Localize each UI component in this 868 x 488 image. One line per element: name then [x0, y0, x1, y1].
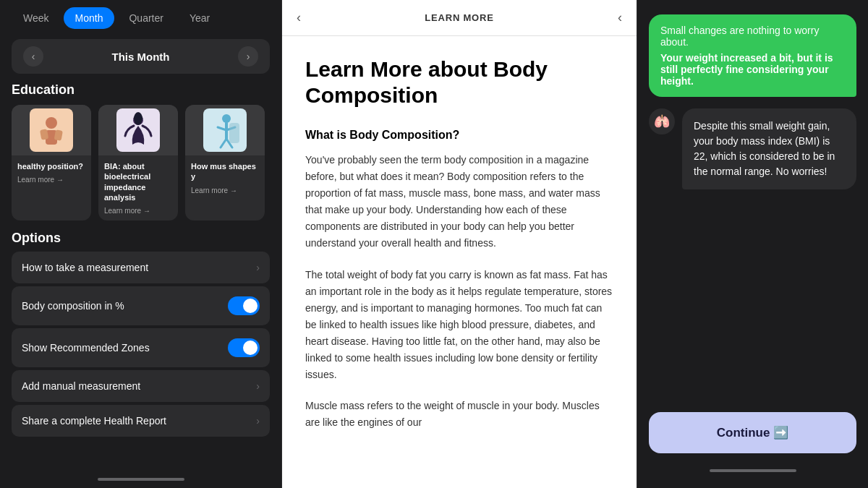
edu-card-2-title: BIA: about bioelectrical impedance analy… — [104, 161, 172, 202]
option-add-measurement[interactable]: Add manual measurement › — [12, 370, 270, 402]
edu-card-1-image — [12, 105, 91, 155]
chat-bubble-dark: Despite this small weight gain, your bod… — [682, 108, 856, 189]
prev-month-button[interactable]: ‹ — [23, 46, 43, 67]
option-recommended-zones[interactable]: Show Recommended Zones — [12, 328, 270, 367]
edu-card-3[interactable]: How mus shapes y Learn more → — [185, 105, 265, 221]
right-scroll-indicator — [710, 469, 796, 472]
article-paragraph-3: Muscle mass refers to the weight of musc… — [305, 398, 613, 431]
middle-panel: ‹ LEARN MORE ‹ Learn More about Body Com… — [282, 0, 637, 488]
option-body-composition-pct[interactable]: Body composition in % — [12, 286, 270, 325]
article-content: Learn More about Body Composition What i… — [282, 36, 637, 488]
middle-header: ‹ LEARN MORE ‹ — [282, 0, 637, 36]
right-bottom-indicator — [649, 465, 856, 474]
edu-card-3-title: How mus shapes y — [191, 161, 259, 182]
tab-bar: Week Month Quarter Year — [0, 0, 281, 36]
education-cards: healthy position? Learn more → BIA: abou… — [0, 105, 281, 221]
avatar: 🫁 — [649, 108, 675, 134]
edu-card-2-link[interactable]: Learn more → — [104, 207, 172, 215]
edu-card-2-image — [98, 105, 178, 155]
tab-month[interactable]: Month — [64, 7, 115, 29]
tab-week[interactable]: Week — [12, 7, 61, 29]
chat-dark-text: Despite this small weight gain, your bod… — [694, 120, 835, 177]
edu-card-3-image — [185, 105, 265, 155]
options-list: How to take a measurement › Body composi… — [0, 252, 281, 437]
scroll-indicator — [98, 478, 184, 481]
options-title: Options — [0, 221, 281, 252]
current-month-label: This Month — [112, 51, 170, 63]
option-how-to-measure[interactable]: How to take a measurement › — [12, 252, 270, 283]
avatar-row: 🫁 Despite this small weight gain, your b… — [649, 108, 856, 189]
chat-bubble-green: Small changes are nothing to worry about… — [649, 14, 856, 97]
tab-quarter[interactable]: Quarter — [117, 7, 174, 29]
edu-card-2[interactable]: BIA: about bioelectrical impedance analy… — [98, 105, 178, 221]
article-paragraph-1: You've probably seen the term body compo… — [305, 152, 613, 252]
chevron-icon-3: › — [256, 380, 260, 392]
back-button[interactable]: ‹ — [297, 10, 301, 25]
bubble-bold-text: Your weight increased a bit, but it is s… — [660, 52, 845, 87]
svg-point-1 — [46, 117, 57, 129]
recommended-zones-toggle[interactable] — [228, 338, 260, 357]
tab-year[interactable]: Year — [178, 7, 221, 29]
article-title: Learn More about Body Composition — [305, 56, 613, 108]
edu-card-1-link[interactable]: Learn more → — [17, 176, 85, 184]
education-title: Education — [0, 80, 281, 105]
body-composition-toggle[interactable] — [228, 296, 260, 315]
month-navigator: ‹ This Month › — [12, 39, 270, 74]
article-header-title: LEARN MORE — [425, 12, 493, 23]
option-share-health-report[interactable]: Share a complete Health Report › — [12, 405, 270, 437]
edu-card-3-link[interactable]: Learn more → — [191, 187, 259, 194]
bubble-normal-text: Small changes are nothing to worry about… — [660, 25, 845, 48]
next-month-button[interactable]: › — [238, 46, 258, 67]
bottom-indicator — [0, 471, 281, 488]
article-paragraph-2: The total weight of body fat you carry i… — [305, 267, 613, 384]
avatar-emoji: 🫁 — [654, 114, 670, 129]
svg-rect-15 — [229, 123, 239, 143]
continue-button[interactable]: Continue ➡️ — [649, 412, 856, 453]
right-panel: Small changes are nothing to worry about… — [637, 0, 868, 488]
close-button[interactable]: ‹ — [618, 10, 622, 25]
chevron-icon-4: › — [256, 415, 260, 427]
edu-card-1-title: healthy position? — [17, 161, 85, 171]
chevron-icon-0: › — [256, 262, 260, 273]
left-panel: Week Month Quarter Year ‹ This Month › E… — [0, 0, 282, 488]
article-subtitle: What is Body Composition? — [305, 129, 613, 142]
edu-card-1[interactable]: healthy position? Learn more → — [12, 105, 91, 221]
